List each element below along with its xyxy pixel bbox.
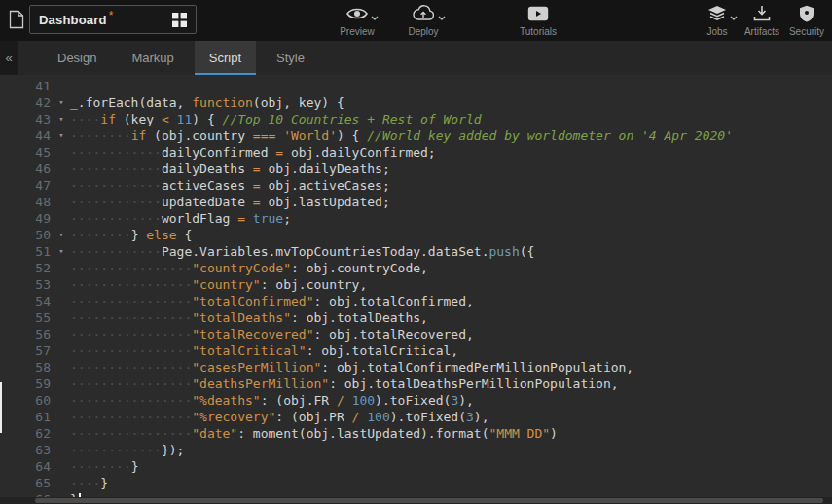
tab-script[interactable]: Script <box>195 41 256 75</box>
code-line[interactable]: 48············updatedDate = obj.lastUpda… <box>0 194 832 210</box>
horizontal-scrollbar-track[interactable] <box>0 497 832 504</box>
tab-markup[interactable]: Markup <box>117 41 188 75</box>
line-number: 62 <box>0 425 53 442</box>
code-line[interactable]: 45············dailyConfirmed = obj.daily… <box>0 144 832 161</box>
code-text: ················"%recovery": (obj.PR / 1… <box>70 409 832 425</box>
code-line[interactable]: 58················"casesPerMillion": obj… <box>0 359 832 376</box>
code-line[interactable]: 46············dailyDeaths = obj.dailyDea… <box>0 161 832 177</box>
code-lines: 4142▾_.forEach(data, function(obj, key) … <box>0 78 832 504</box>
code-line[interactable]: 43▾····if (key < 11) { //Top 10 Countrie… <box>0 111 832 127</box>
fold-spacer <box>53 442 70 458</box>
collapse-panel-button[interactable]: « <box>0 41 18 75</box>
fold-spacer <box>53 161 70 177</box>
code-line[interactable]: 64········} <box>0 458 832 475</box>
grid-icon[interactable] <box>172 13 187 27</box>
tab-style[interactable]: Style <box>262 41 319 75</box>
code-line[interactable]: 65····} <box>0 475 832 491</box>
line-number: 41 <box>0 78 53 94</box>
code-text: ················"totalRecovered": obj.to… <box>70 326 832 342</box>
code-line[interactable]: 51▾············Page.Variables.mvTopCount… <box>0 243 832 260</box>
code-line[interactable]: 56················"totalRecovered": obj.… <box>0 326 832 342</box>
code-text: ················"totalConfirmed": obj.to… <box>70 293 832 309</box>
editor-tabbar: « Design Markup Script Style <box>0 41 832 75</box>
code-text: ········} else { <box>70 227 832 243</box>
line-number: 63 <box>0 442 53 458</box>
line-number: 54 <box>0 293 53 309</box>
mode-tabs: Design Markup Script Style <box>43 41 325 75</box>
fold-spacer <box>53 458 70 475</box>
code-line[interactable]: 55················"totalDeaths": obj.tot… <box>0 309 832 326</box>
fold-spacer <box>53 392 70 409</box>
unsaved-indicator: * <box>109 9 114 22</box>
line-number: 58 <box>0 359 53 376</box>
security-button[interactable]: Security <box>778 4 832 37</box>
code-line[interactable]: 57················"totalCritical": obj.t… <box>0 342 832 359</box>
fold-spacer <box>53 210 70 227</box>
code-text: ············updatedDate = obj.lastUpdate… <box>70 194 832 210</box>
code-line[interactable]: 53················"country": obj.country… <box>0 276 832 293</box>
line-number: 59 <box>0 376 53 392</box>
line-number: 45 <box>0 144 53 161</box>
fold-spacer <box>53 425 70 442</box>
script-editor[interactable]: 4142▾_.forEach(data, function(obj, key) … <box>0 75 832 504</box>
tutorials-button[interactable]: Tutorials <box>509 4 567 37</box>
fold-spacer <box>53 194 70 210</box>
line-number: 57 <box>0 342 53 359</box>
fold-toggle-icon[interactable]: ▾ <box>53 111 70 127</box>
tab-design[interactable]: Design <box>43 41 111 75</box>
code-line[interactable]: 61················"%recovery": (obj.PR /… <box>0 409 832 425</box>
code-line[interactable]: 59················"deathsPerMillion": ob… <box>0 376 832 392</box>
fold-spacer <box>53 409 70 425</box>
top-toolbar: Dashboard * Preview <box>0 0 832 41</box>
fold-toggle-icon[interactable]: ▾ <box>53 243 70 260</box>
preview-button[interactable]: Preview <box>328 4 386 37</box>
fold-spacer <box>53 78 70 94</box>
code-text <box>70 78 832 94</box>
code-line[interactable]: 62················"date": moment(obj.las… <box>0 425 832 442</box>
code-text: ············}); <box>70 442 832 458</box>
code-line[interactable]: 54················"totalConfirmed": obj.… <box>0 293 832 309</box>
preview-label: Preview <box>340 26 375 37</box>
line-number: 64 <box>0 458 53 475</box>
chevron-down-icon[interactable] <box>438 12 446 22</box>
layers-stack-icon <box>707 5 727 23</box>
line-number: 53 <box>0 276 53 293</box>
fold-toggle-icon[interactable]: ▾ <box>53 227 70 243</box>
left-panel-scrollbar[interactable] <box>0 382 2 433</box>
code-line[interactable]: 63············}); <box>0 442 832 458</box>
line-number: 61 <box>0 409 53 425</box>
fold-toggle-icon[interactable]: ▾ <box>53 127 70 144</box>
fold-spacer <box>53 177 70 194</box>
code-text: ················"date": moment(obj.lastU… <box>70 425 832 442</box>
line-number: 50 <box>0 227 53 243</box>
code-line[interactable]: 47············activeCases = obj.activeCa… <box>0 177 832 194</box>
code-line[interactable]: 60················"%deaths": (obj.FR / 1… <box>0 392 832 409</box>
line-number: 65 <box>0 475 53 491</box>
preview-eye-icon <box>346 6 368 23</box>
line-number: 51 <box>0 243 53 260</box>
line-number: 42 <box>0 94 53 111</box>
fold-spacer <box>53 342 70 359</box>
code-line[interactable]: 41 <box>0 78 832 94</box>
code-text: ················"totalCritical": obj.tot… <box>70 342 832 359</box>
tutorials-label: Tutorials <box>520 26 557 37</box>
deploy-button[interactable]: Deploy <box>394 4 452 37</box>
code-line[interactable]: 44▾········if (obj.country === 'World') … <box>0 127 832 144</box>
code-text: ················"country": obj.country, <box>70 276 832 293</box>
page-file-icon[interactable] <box>9 10 26 31</box>
code-text: ····if (key < 11) { //Top 10 Countries +… <box>70 111 832 127</box>
code-text: ················"deathsPerMillion": obj.… <box>70 376 832 392</box>
page-selector[interactable]: Dashboard * <box>29 5 197 34</box>
horizontal-scrollbar-thumb[interactable] <box>35 498 823 503</box>
code-line[interactable]: 50▾········} else { <box>0 227 832 243</box>
fold-spacer <box>53 276 70 293</box>
code-text: ········if (obj.country === 'World') { /… <box>70 127 832 144</box>
fold-spacer <box>53 260 70 276</box>
fold-spacer <box>53 326 70 342</box>
code-line[interactable]: 42▾_.forEach(data, function(obj, key) { <box>0 94 832 111</box>
code-line[interactable]: 49············worldFlag = true; <box>0 210 832 227</box>
fold-toggle-icon[interactable]: ▾ <box>53 94 70 111</box>
code-line[interactable]: 52················"countryCode": obj.cou… <box>0 260 832 276</box>
jobs-label: Jobs <box>706 26 727 37</box>
chevron-down-icon[interactable] <box>371 12 379 22</box>
